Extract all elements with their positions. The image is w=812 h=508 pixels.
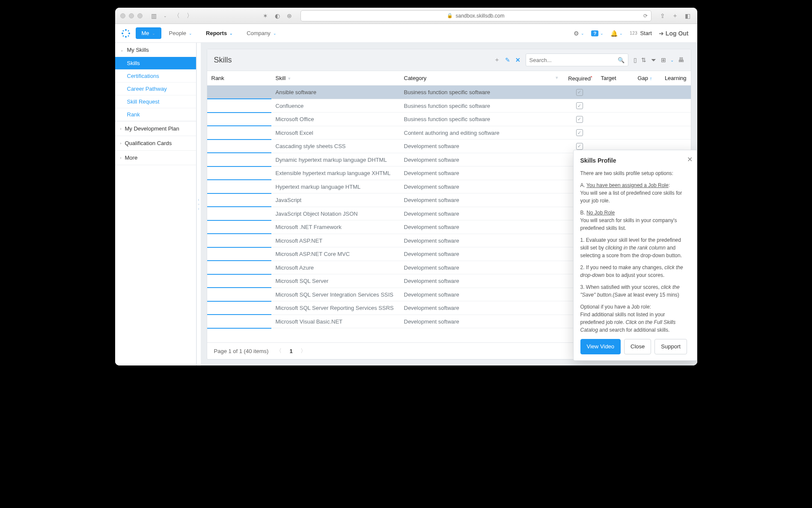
pager-prev[interactable]: 〈 <box>276 347 282 355</box>
close-icon[interactable]: ✕ <box>687 154 693 165</box>
rank-cell[interactable] <box>207 126 271 140</box>
nav-reports[interactable]: Reports⌄ <box>200 27 239 39</box>
table-row[interactable]: Microsoft ExcelContent authoring and edi… <box>207 126 691 140</box>
start-button[interactable]: 123Start <box>626 27 655 39</box>
col-learning[interactable]: Learning <box>657 71 691 86</box>
close-button[interactable]: Close <box>624 339 651 354</box>
rank-cell[interactable] <box>207 207 271 220</box>
rank-cell[interactable] <box>207 180 271 193</box>
sidebar-collapser[interactable]: ‹ ≡ › <box>196 43 201 365</box>
extension-icon[interactable]: ⊛ <box>285 11 294 21</box>
back-button[interactable]: 〈 <box>172 10 181 21</box>
url-bar[interactable]: 🔒 sandbox.skillsdb.com ⟳ <box>300 10 651 21</box>
filter-icon[interactable]: ⏷ <box>651 56 657 63</box>
rank-cell[interactable] <box>207 140 271 153</box>
view-video-button[interactable]: View Video <box>580 339 621 354</box>
search-box[interactable]: 🔍 <box>526 53 628 66</box>
minimize-window[interactable] <box>129 13 134 18</box>
col-category[interactable]: Category▾ <box>400 71 562 86</box>
skill-cell: Confluence <box>271 99 400 113</box>
nav-company[interactable]: Company⌄ <box>241 27 283 39</box>
share-icon[interactable]: ⇪ <box>658 11 667 21</box>
clear-icon[interactable]: ✕ <box>515 56 521 63</box>
search-input[interactable] <box>529 57 618 63</box>
nav-me[interactable]: Me⌄ <box>136 27 161 39</box>
rank-cell[interactable] <box>207 274 271 288</box>
sidebar-group-more[interactable]: › More <box>115 151 196 165</box>
columns-icon[interactable]: ▯ <box>634 56 637 63</box>
edit-icon[interactable]: ✎ <box>505 56 510 63</box>
shield-icon[interactable]: ◐ <box>273 11 282 21</box>
chevron-down-icon[interactable]: ⌄ <box>162 12 169 20</box>
filter-icon[interactable]: ▾ <box>288 76 291 81</box>
col-required[interactable]: Required• <box>562 71 597 86</box>
sidebar-toggle-icon[interactable]: ▥ <box>149 11 158 21</box>
rank-cell[interactable] <box>207 166 271 180</box>
checkbox-icon[interactable]: ✓ <box>576 89 583 96</box>
sidebar-item-rank[interactable]: Rank <box>115 108 196 121</box>
table-row[interactable]: Ansible softwareBusiness function specif… <box>207 86 691 99</box>
print-icon[interactable]: 🖶 <box>678 56 684 63</box>
rank-cell[interactable] <box>207 99 271 113</box>
rank-cell[interactable] <box>207 247 271 261</box>
reload-icon[interactable]: ⟳ <box>643 13 648 19</box>
sidebar-item-career-pathway[interactable]: Career Pathway <box>115 83 196 95</box>
sidebar-group-dev-plan[interactable]: › My Development Plan <box>115 122 196 136</box>
rank-cell[interactable] <box>207 261 271 274</box>
close-window[interactable] <box>120 13 125 18</box>
rank-cell[interactable] <box>207 234 271 247</box>
learning-cell <box>657 86 691 99</box>
forward-button[interactable]: 〉 <box>185 10 194 21</box>
support-button[interactable]: Support <box>654 339 687 354</box>
sidebar-item-skill-request[interactable]: Skill Request <box>115 95 196 108</box>
rank-cell[interactable] <box>207 193 271 207</box>
evernote-icon[interactable]: ✶ <box>261 11 270 21</box>
sidebar-item-certifications[interactable]: Certifications <box>115 70 196 83</box>
export-icon[interactable]: ⊞ <box>661 56 666 63</box>
popup-intro: There are two skills profile setup optio… <box>580 169 690 177</box>
panel-title: Skills <box>214 56 232 65</box>
checkbox-icon[interactable]: ✓ <box>576 143 583 150</box>
logout-button[interactable]: ➜Log Out <box>655 27 692 39</box>
main-nav: Me⌄People⌄Reports⌄Company⌄ <box>136 27 283 39</box>
checkbox-icon[interactable]: ✓ <box>576 116 583 123</box>
required-cell[interactable]: ✓ <box>562 99 597 113</box>
notifications-menu[interactable]: 🔔⌄ <box>607 27 626 39</box>
required-cell[interactable]: ✓ <box>562 86 597 99</box>
new-tab-icon[interactable]: ＋ <box>670 10 680 21</box>
sidebar-item-skills[interactable]: Skills <box>115 57 196 70</box>
filter-icon[interactable]: ▾ <box>556 75 558 80</box>
required-cell[interactable]: ✓ <box>562 113 597 126</box>
tabs-icon[interactable]: ◧ <box>683 11 692 21</box>
rank-cell[interactable] <box>207 315 271 328</box>
chevron-down-icon[interactable]: ⌄ <box>670 58 674 62</box>
col-gap[interactable]: Gap↑ <box>627 71 657 86</box>
sidebar-group-qualification[interactable]: › Qualification Cards <box>115 136 196 151</box>
rank-cell[interactable] <box>207 220 271 234</box>
settings-menu[interactable]: ⚙⌄ <box>570 27 588 39</box>
chevron-down-icon: ⌄ <box>273 31 277 36</box>
rank-cell[interactable] <box>207 113 271 126</box>
help-menu[interactable]: ?⌄ <box>588 28 607 39</box>
checkbox-icon[interactable]: ✓ <box>576 129 583 136</box>
col-rank[interactable]: Rank <box>207 71 271 86</box>
rank-cell[interactable] <box>207 153 271 166</box>
rank-cell[interactable] <box>207 301 271 315</box>
add-icon[interactable]: ＋ <box>494 56 500 64</box>
table-row[interactable]: ConfluenceBusiness function specific sof… <box>207 99 691 113</box>
rank-cell[interactable] <box>207 86 271 99</box>
sidebar-group-my-skills[interactable]: ⌄ My Skills <box>115 43 196 57</box>
required-cell[interactable]: ✓ <box>562 126 597 140</box>
search-icon[interactable]: 🔍 <box>618 57 625 63</box>
pager-next[interactable]: 〉 <box>300 347 306 355</box>
sort-icon[interactable]: ⇅ <box>641 56 646 63</box>
brand-logo[interactable] <box>120 28 131 39</box>
sidebar-group-label: More <box>125 154 138 161</box>
zoom-window[interactable] <box>137 13 143 18</box>
col-skill[interactable]: Skill▾ <box>271 71 400 86</box>
nav-people[interactable]: People⌄ <box>163 27 198 39</box>
col-target[interactable]: Target <box>597 71 627 86</box>
table-row[interactable]: Microsoft OfficeBusiness function specif… <box>207 113 691 126</box>
checkbox-icon[interactable]: ✓ <box>576 102 583 109</box>
rank-cell[interactable] <box>207 288 271 301</box>
